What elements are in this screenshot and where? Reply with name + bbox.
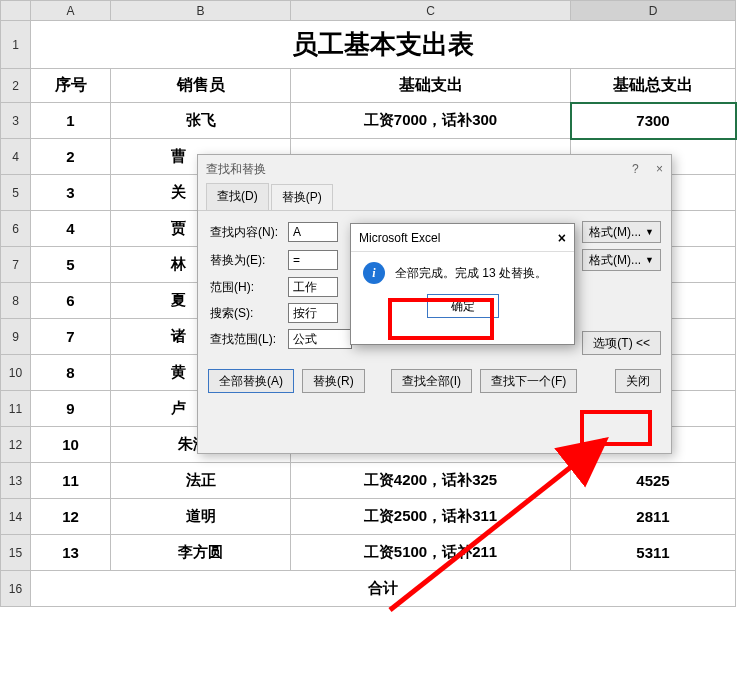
cell-total[interactable]: 2811 <box>571 499 736 535</box>
search-label: 搜索(S): <box>210 305 288 322</box>
cell-seq[interactable]: 6 <box>31 283 111 319</box>
help-icon[interactable]: ? <box>632 162 639 176</box>
search-select[interactable] <box>288 303 338 323</box>
lookin-label: 查找范围(L): <box>210 331 288 348</box>
cell-seq[interactable]: 4 <box>31 211 111 247</box>
cell-seq[interactable]: 13 <box>31 535 111 571</box>
row-header[interactable]: 4 <box>1 139 31 175</box>
header-name[interactable]: 销售员 <box>111 69 291 103</box>
row-header[interactable]: 14 <box>1 499 31 535</box>
chevron-down-icon: ▼ <box>645 227 654 237</box>
cell-seq[interactable]: 2 <box>31 139 111 175</box>
cell-total[interactable]: 4525 <box>571 463 736 499</box>
find-next-button[interactable]: 查找下一个(F) <box>480 369 577 393</box>
find-format-button[interactable]: 格式(M)...▼ <box>582 221 661 243</box>
replace-input[interactable] <box>288 250 338 270</box>
row-header[interactable]: 15 <box>1 535 31 571</box>
cell-total[interactable]: 5311 <box>571 535 736 571</box>
row-header[interactable]: 6 <box>1 211 31 247</box>
cell-name[interactable]: 法正 <box>111 463 291 499</box>
cell-seq[interactable]: 5 <box>31 247 111 283</box>
lookin-select[interactable] <box>288 329 352 349</box>
row-header[interactable]: 13 <box>1 463 31 499</box>
cell-detail[interactable]: 工资7000，话补300 <box>291 103 571 139</box>
cell-name[interactable]: 李方圆 <box>111 535 291 571</box>
dialog-title: 查找和替换 <box>206 155 266 183</box>
row-header[interactable]: 9 <box>1 319 31 355</box>
cell-detail[interactable]: 工资5100，话补211 <box>291 535 571 571</box>
cell-seq[interactable]: 12 <box>31 499 111 535</box>
cell-name[interactable]: 张飞 <box>111 103 291 139</box>
row-header[interactable]: 11 <box>1 391 31 427</box>
find-label: 查找内容(N): <box>210 224 288 241</box>
row-header[interactable]: 12 <box>1 427 31 463</box>
scope-select[interactable] <box>288 277 338 297</box>
cell-seq[interactable]: 3 <box>31 175 111 211</box>
row-header[interactable]: 3 <box>1 103 31 139</box>
col-header-c[interactable]: C <box>291 1 571 21</box>
info-icon: i <box>363 262 385 284</box>
chevron-down-icon: ▼ <box>645 255 654 265</box>
msgbox-close-icon[interactable]: × <box>558 230 566 246</box>
cell-name[interactable]: 道明 <box>111 499 291 535</box>
row-header[interactable]: 8 <box>1 283 31 319</box>
cell-seq[interactable]: 9 <box>31 391 111 427</box>
close-icon[interactable]: × <box>656 162 663 176</box>
cell-seq[interactable]: 1 <box>31 103 111 139</box>
row-header[interactable]: 7 <box>1 247 31 283</box>
ok-button[interactable]: 确定 <box>427 294 499 318</box>
options-button[interactable]: 选项(T) << <box>582 331 661 355</box>
row-header[interactable]: 10 <box>1 355 31 391</box>
cell-seq[interactable]: 7 <box>31 319 111 355</box>
close-button[interactable]: 关闭 <box>615 369 661 393</box>
header-seq[interactable]: 序号 <box>31 69 111 103</box>
footer-total[interactable]: 合计 <box>31 571 736 607</box>
msgbox-text: 全部完成。完成 13 处替换。 <box>395 265 547 282</box>
cell-seq[interactable]: 11 <box>31 463 111 499</box>
col-header-d[interactable]: D <box>571 1 736 21</box>
tab-find[interactable]: 查找(D) <box>206 183 269 210</box>
row-header[interactable]: 1 <box>1 21 31 69</box>
cell-total[interactable]: 7300 <box>571 103 736 139</box>
message-box: Microsoft Excel × i 全部完成。完成 13 处替换。 确定 <box>350 223 575 345</box>
select-all-corner[interactable] <box>1 1 31 21</box>
header-detail[interactable]: 基础支出 <box>291 69 571 103</box>
find-all-button[interactable]: 查找全部(I) <box>391 369 472 393</box>
row-header[interactable]: 5 <box>1 175 31 211</box>
replace-button[interactable]: 替换(R) <box>302 369 365 393</box>
msgbox-title: Microsoft Excel <box>359 231 440 245</box>
cell-seq[interactable]: 8 <box>31 355 111 391</box>
col-header-a[interactable]: A <box>31 1 111 21</box>
header-total[interactable]: 基础总支出 <box>571 69 736 103</box>
cell-detail[interactable]: 工资4200，话补325 <box>291 463 571 499</box>
row-header[interactable]: 2 <box>1 69 31 103</box>
cell-seq[interactable]: 10 <box>31 427 111 463</box>
col-header-b[interactable]: B <box>111 1 291 21</box>
scope-label: 范围(H): <box>210 279 288 296</box>
row-header[interactable]: 16 <box>1 571 31 607</box>
sheet-title[interactable]: 员工基本支出表 <box>31 21 736 69</box>
tab-replace[interactable]: 替换(P) <box>271 184 333 211</box>
replace-format-button[interactable]: 格式(M)...▼ <box>582 249 661 271</box>
replace-label: 替换为(E): <box>210 252 288 269</box>
find-input[interactable] <box>288 222 338 242</box>
cell-detail[interactable]: 工资2500，话补311 <box>291 499 571 535</box>
replace-all-button[interactable]: 全部替换(A) <box>208 369 294 393</box>
